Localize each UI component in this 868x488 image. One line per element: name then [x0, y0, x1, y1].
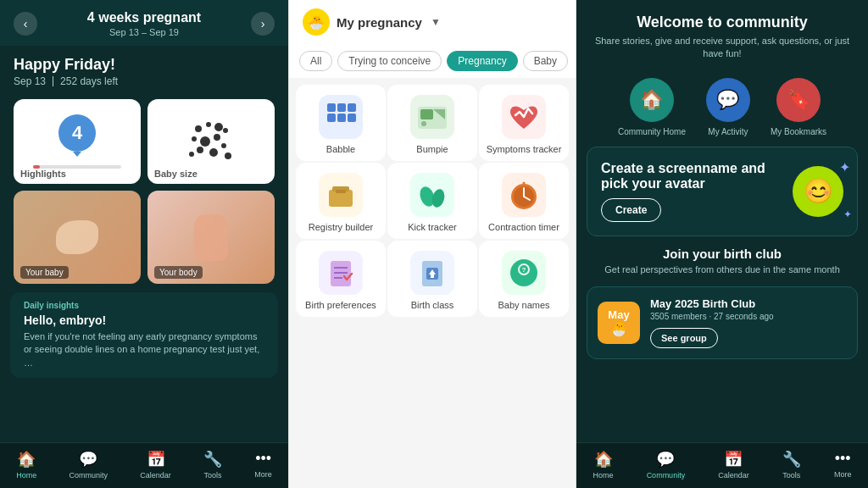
filter-tabs-container: All Trying to conceive Pregnancy Baby [289, 44, 576, 78]
club-meta: 3505 members · 27 seconds ago [650, 312, 847, 321]
nav-more[interactable]: ••• More [254, 450, 272, 480]
tool-birth-pref[interactable]: Birth preferences [296, 241, 386, 317]
birth-class-icon [410, 251, 454, 295]
insights-text: Even if you're not feeling any early pre… [24, 330, 264, 369]
panel-my-pregnancy: 🐣 My pregnancy ▼ All Trying to conceive … [288, 0, 576, 488]
baby-size-label: Baby size [154, 169, 198, 179]
community-header: Welcome to community Share stories, give… [576, 0, 868, 68]
filter-all[interactable]: All [299, 51, 332, 71]
baby-size-dots [181, 112, 241, 171]
sparkle-icon-2: ✦ [843, 208, 852, 220]
greeting-section: Happy Friday! Sep 13 252 days left [0, 46, 288, 91]
my-pregnancy-header: 🐣 My pregnancy ▼ [289, 0, 576, 44]
svg-rect-14 [348, 103, 356, 112]
registry-label: Registry builder [309, 222, 373, 232]
p3-community-icon: 💬 [656, 450, 675, 469]
p3-nav-more[interactable]: ••• More [834, 450, 852, 480]
highlights-card[interactable]: 4 Highlights [14, 99, 141, 184]
tool-bumpie[interactable]: Bumpie [387, 85, 477, 161]
tool-birth-class[interactable]: Birth class [387, 241, 477, 317]
p3-nav-calendar[interactable]: 📅 Calendar [718, 450, 749, 480]
tool-symptoms[interactable]: Symptoms tracker [479, 85, 569, 161]
symptoms-label: Symptoms tracker [487, 144, 562, 154]
nav-more-label: More [254, 470, 272, 479]
svg-rect-13 [337, 103, 346, 112]
may-emoji: 🐣 [610, 321, 627, 337]
svg-point-11 [225, 152, 231, 159]
svg-point-6 [223, 128, 228, 133]
svg-rect-17 [348, 114, 356, 122]
insights-section[interactable]: Daily insights Hello, embryo! Even if yo… [10, 292, 278, 378]
avatar-section: 😊 ✦ ✦ [793, 166, 843, 217]
info-cards-grid: 4 Highlights [0, 91, 288, 292]
babble-label: Babble [326, 144, 355, 154]
svg-rect-15 [327, 114, 336, 122]
community-title: Welcome to community [590, 14, 854, 31]
pregnancy-header: ‹ 4 weeks pregnant Sep 13 – Sep 19 › [0, 0, 288, 46]
prev-week-button[interactable]: ‹ [14, 12, 37, 36]
nav-home[interactable]: 🏠 Home [16, 450, 36, 480]
header-title-block: 4 weeks pregnant Sep 13 – Sep 19 [87, 10, 201, 37]
my-bookmarks-item[interactable]: 🔖 My Bookmarks [771, 78, 826, 136]
tool-kick[interactable]: Kick tracker [387, 163, 477, 239]
create-screenname-button[interactable]: Create [601, 198, 661, 222]
your-baby-label: Your baby [20, 266, 69, 279]
nav-tools[interactable]: 🔧 Tools [203, 450, 222, 480]
sparkle-icon: ✦ [839, 159, 850, 175]
my-bookmarks-icon: 🔖 [776, 78, 821, 122]
birth-preferences-icon [319, 251, 363, 295]
community-home-icon: 🏠 [630, 78, 674, 122]
my-activity-item[interactable]: 💬 My Activity [706, 78, 750, 136]
filter-trying[interactable]: Trying to conceive [337, 51, 442, 71]
my-pregnancy-title: My pregnancy [337, 15, 422, 30]
p3-nav-tools[interactable]: 🔧 Tools [782, 450, 801, 480]
tool-baby-names[interactable]: ? Baby names [479, 241, 569, 317]
nav-calendar[interactable]: 📅 Calendar [140, 450, 171, 480]
symptoms-tracker-icon [502, 95, 546, 139]
tools-icon: 🔧 [203, 450, 222, 469]
community-home-item[interactable]: 🏠 Community Home [618, 78, 686, 136]
community-subtitle: Share stories, give and receive support,… [590, 35, 854, 61]
may-badge: May 🐣 [598, 302, 640, 344]
see-group-button[interactable]: See group [650, 328, 718, 348]
pregnancy-date-range: Sep 13 – Sep 19 [87, 27, 201, 37]
p3-nav-community[interactable]: 💬 Community [647, 450, 686, 480]
filter-pregnancy[interactable]: Pregnancy [447, 51, 517, 71]
p3-nav-calendar-label: Calendar [718, 471, 749, 480]
nav-calendar-label: Calendar [140, 471, 171, 480]
tool-babble[interactable]: Babble [296, 85, 386, 161]
tool-registry[interactable]: Registry builder [296, 163, 386, 239]
nav-community[interactable]: 💬 Community [69, 450, 108, 480]
more-icon: ••• [255, 450, 271, 468]
your-baby-card[interactable]: Your baby [14, 191, 141, 284]
contraction-label: Contraction timer [488, 222, 559, 232]
p3-nav-home[interactable]: 🏠 Home [593, 450, 614, 480]
svg-rect-12 [327, 103, 336, 112]
my-activity-icon: 💬 [706, 78, 750, 122]
birth-club-card[interactable]: May 🐣 May 2025 Birth Club 3505 members ·… [587, 286, 858, 359]
svg-point-26 [430, 188, 446, 209]
tool-contraction[interactable]: Contraction timer [479, 163, 569, 239]
embryo-shape [56, 220, 98, 254]
club-info: May 2025 Birth Club 3505 members · 27 se… [650, 297, 847, 348]
birth-class-label: Birth class [411, 300, 454, 310]
svg-point-4 [200, 136, 210, 147]
contraction-timer-icon [502, 173, 546, 217]
dropdown-arrow-icon[interactable]: ▼ [431, 16, 441, 28]
kick-label: Kick tracker [408, 222, 456, 232]
filter-baby[interactable]: Baby [523, 51, 568, 71]
nav-home-label: Home [16, 471, 36, 480]
home-icon: 🏠 [17, 450, 36, 469]
svg-rect-39 [431, 273, 434, 278]
svg-rect-19 [420, 109, 433, 119]
svg-point-7 [197, 147, 203, 153]
your-body-card[interactable]: Your body [147, 191, 275, 284]
baby-size-card[interactable]: Baby size [147, 99, 275, 184]
highlights-label: Highlights [20, 169, 66, 179]
next-week-button[interactable]: › [251, 12, 275, 36]
insights-tag: Daily insights [24, 301, 264, 310]
p3-nav-more-label: More [834, 470, 852, 479]
community-icon: 💬 [79, 450, 97, 469]
p3-nav-home-label: Home [593, 471, 614, 480]
baby-names-icon: ? [502, 251, 546, 295]
